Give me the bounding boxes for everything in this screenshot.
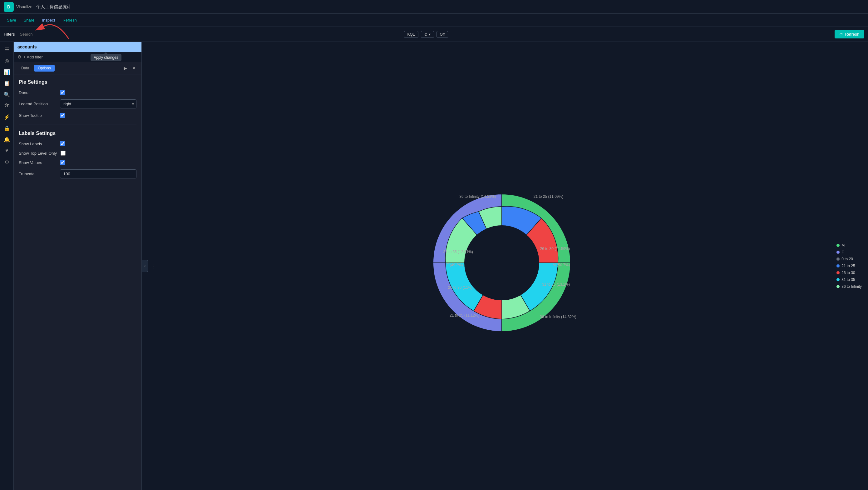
sidebar-icon-menu[interactable]: ☰ <box>2 45 12 54</box>
show-top-level-checkbox[interactable] <box>61 151 66 155</box>
donut-label: Donut <box>19 90 56 95</box>
refresh-top-button[interactable]: ⟳ Refresh <box>835 30 864 38</box>
legend-dot-f <box>836 251 840 254</box>
sidebar-icon-dashboard[interactable]: 📋 <box>2 78 12 88</box>
show-top-level-label: Show Top Level Only <box>19 151 57 155</box>
legend-dot-26-30 <box>836 271 840 275</box>
play-button[interactable]: ▶ <box>122 65 129 71</box>
chevron-down-icon: ▾ <box>429 32 431 36</box>
labels-settings-title: Labels Settings <box>19 131 136 136</box>
truncate-row: Truncate <box>19 169 136 178</box>
legend-item-26-30: 26 to 30 <box>836 270 862 275</box>
legend-label-0-20: 0 to 20 <box>841 257 853 261</box>
refresh-button[interactable]: Refresh <box>59 17 80 24</box>
show-tooltip-checkbox[interactable] <box>60 113 65 118</box>
show-top-level-row: Show Top Level Only <box>19 151 136 155</box>
show-labels-row: Show Labels <box>19 141 136 146</box>
sidebar-icon-visualize[interactable]: 📊 <box>2 67 12 77</box>
sidebar-icon-search[interactable]: 🔍 <box>2 89 12 99</box>
legend-label-26-30: 26 to 30 <box>841 270 855 275</box>
add-filter-button[interactable]: + Add filter <box>23 55 43 59</box>
tab-options[interactable]: Options <box>34 65 54 71</box>
share-button[interactable]: Share <box>21 17 38 24</box>
section-divider <box>19 124 136 124</box>
show-values-checkbox[interactable] <box>60 160 65 165</box>
legend-dot-36-inf <box>836 285 840 288</box>
inspect-button[interactable]: Inspect <box>39 17 58 24</box>
panel-tab-actions: ▶ ✕ <box>122 65 138 71</box>
time-button[interactable]: ⊙ ▾ <box>421 31 434 38</box>
show-values-label: Show Values <box>19 160 56 165</box>
panel-tabs: Data Options ▶ ✕ <box>14 62 142 75</box>
legend-position-row: Legend Position right left top bottom ▾ <box>19 99 136 109</box>
filter-bar: Filters KQL ⊙ ▾ Off ⟳ Refresh <box>0 27 868 42</box>
legend-position-label: Legend Position <box>19 102 56 106</box>
chart-label-m: M (50.7%) <box>553 263 570 267</box>
legend-position-select[interactable]: right left top bottom <box>60 99 136 109</box>
search-input[interactable] <box>20 32 401 36</box>
kql-button[interactable]: KQL <box>404 31 418 38</box>
pie-settings-title: Pie Settings <box>19 79 136 85</box>
donut-chart: 36 to Infinity (14.38%) 31 to 35 (12.81%… <box>424 185 586 347</box>
sidebar-icon-settings[interactable]: ⚙ <box>2 157 12 167</box>
show-tooltip-label: Show Tooltip <box>19 113 56 118</box>
main-layout: ☰ ◎ 📊 📋 🔍 🗺 ⚡ 🔒 🔔 ♥ ⚙ accounts ⚙ + Add f… <box>0 42 868 490</box>
legend-dot-m <box>836 244 840 247</box>
chart-label-36inf-left: 36 to Infinity (14.38%) <box>459 194 496 199</box>
sidebar-icon-monitoring[interactable]: ♥ <box>2 146 12 155</box>
top-bar: D Visualize 个人工资信息统计 <box>0 0 868 14</box>
chart-label-21-25-left: 21 to 25 (11.12%) <box>450 313 479 317</box>
legend-item-f: F <box>836 250 862 254</box>
filters-label: Filters <box>4 32 15 36</box>
legend-dot-21-25 <box>836 264 840 267</box>
chart-label-26-30-left: 26 to 30 (11%) <box>448 285 473 290</box>
refresh-icon: ⟳ <box>840 32 843 36</box>
legend-label-36-inf: 36 to Infinity <box>841 284 862 289</box>
chart-label-36inf-right: 36 to Infinity (14.82%) <box>540 315 577 319</box>
panel-content: Pie Settings Donut Legend Position right… <box>14 75 142 490</box>
svg-point-1 <box>464 225 539 300</box>
save-button[interactable]: Save <box>4 17 19 24</box>
donut-checkbox[interactable] <box>60 90 65 95</box>
sidebar-icon-alerts[interactable]: 🔔 <box>2 134 12 144</box>
truncate-label: Truncate <box>19 172 56 176</box>
legend-item-21-25: 21 to 25 <box>836 264 862 268</box>
off-button[interactable]: Off <box>436 31 448 38</box>
show-labels-checkbox[interactable] <box>60 141 65 146</box>
chart-label-21-25-right: 21 to 25 (11.09%) <box>534 194 563 199</box>
legend-label-31-35: 31 to 35 <box>841 278 855 282</box>
chart-label-31-35-right: 31 to 35 (13.2%) <box>542 282 570 287</box>
action-bar: Save Share Inspect Refresh <box>0 14 868 27</box>
apply-tooltip: Apply changes <box>91 54 121 61</box>
panel-title: accounts <box>18 45 36 49</box>
donut-row: Donut <box>19 90 136 95</box>
legend-item-36-inf: 36 to Infinity <box>836 284 862 289</box>
legend-label-m: M <box>841 243 845 248</box>
panel: accounts ⚙ + Add filter Data Options ▶ ✕… <box>14 42 142 490</box>
collapse-panel-button[interactable]: ‹ <box>142 260 148 272</box>
sidebar-nav: ☰ ◎ 📊 📋 🔍 🗺 ⚡ 🔒 🔔 ♥ ⚙ <box>0 42 14 490</box>
sidebar-icon-maps[interactable]: 🗺 <box>2 100 12 111</box>
sidebar-icon-discover[interactable]: ◎ <box>2 56 12 66</box>
sidebar-icon-ml[interactable]: ⚡ <box>2 112 12 122</box>
legend-label-f: F <box>841 250 844 254</box>
chart-legend: M F 0 to 20 21 to 25 26 to 30 31 to 35 <box>836 243 862 289</box>
tab-data[interactable]: Data <box>18 65 33 71</box>
panel-header: accounts <box>14 42 142 52</box>
legend-dot-0-20 <box>836 258 840 261</box>
three-dots-menu[interactable]: ⋮ <box>151 262 157 269</box>
chart-area: ‹ ⋮ <box>142 42 868 490</box>
legend-position-select-wrapper: right left top bottom ▾ <box>60 99 136 109</box>
close-panel-button[interactable]: ✕ <box>130 65 138 71</box>
time-icon: ⊙ <box>424 32 428 36</box>
legend-item-m: M <box>836 243 862 248</box>
show-values-row: Show Values <box>19 160 136 165</box>
sidebar-icon-security[interactable]: 🔒 <box>2 123 12 133</box>
page-title: 个人工资信息统计 <box>36 4 71 10</box>
settings-icon: ⚙ <box>18 54 22 59</box>
legend-label-21-25: 21 to 25 <box>841 264 855 268</box>
app-logo: D <box>4 2 14 12</box>
chart-label-f: F (49.3%) <box>446 263 463 267</box>
show-tooltip-row: Show Tooltip <box>19 113 136 118</box>
truncate-input[interactable] <box>60 169 136 178</box>
